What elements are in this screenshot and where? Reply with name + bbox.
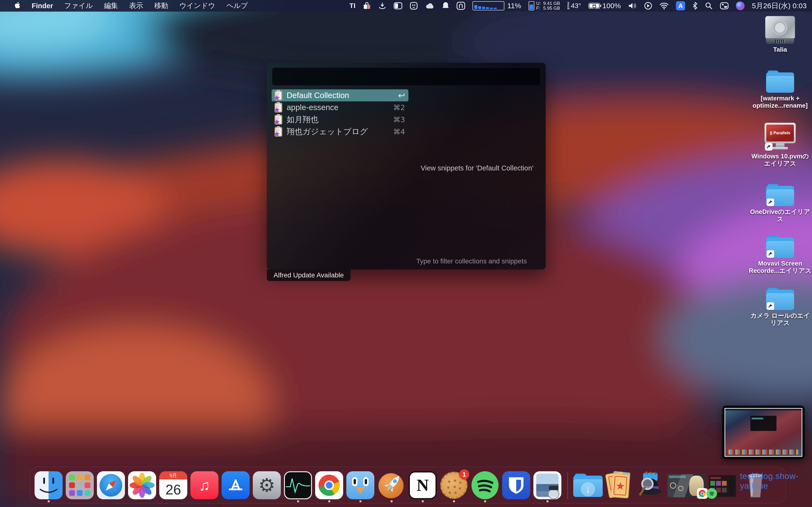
- desktop-icon-label: Windows 10.pvmのエイリアス: [749, 153, 812, 167]
- memory-meter[interactable]: U: 9.41 GB F: 5.95 GB: [528, 1, 560, 11]
- tweetbot-icon: [346, 471, 374, 499]
- alfred-search-input[interactable]: [272, 68, 540, 86]
- preview-mini-desktop: [724, 408, 802, 457]
- dock-app-store[interactable]: [221, 471, 250, 499]
- download-install-icon[interactable]: [378, 0, 387, 12]
- dock-calendar[interactable]: 5月 26: [159, 471, 187, 499]
- bell-icon[interactable]: [442, 0, 449, 12]
- alfred-row-shoya-gadget-blog[interactable]: 翔也ガジェットブログ ⌘4: [272, 125, 408, 137]
- app-store-icon: [221, 471, 250, 499]
- apple-menu[interactable]: [9, 0, 26, 12]
- dock-cookie[interactable]: 1: [440, 471, 468, 499]
- spotify-badge-icon: [706, 488, 717, 499]
- dock-marsedit[interactable]: [377, 471, 406, 499]
- screen-recording-preview-window[interactable]: [722, 406, 805, 459]
- dock-downloads-folder[interactable]: ↓: [574, 471, 602, 499]
- volume-icon[interactable]: [628, 0, 637, 12]
- play-circle-icon[interactable]: [644, 0, 652, 12]
- dock-launchpad[interactable]: [66, 471, 94, 499]
- running-indicator: [297, 500, 299, 502]
- battery-icon: [589, 3, 600, 9]
- dock-bitwarden[interactable]: [502, 471, 530, 499]
- menu-view[interactable]: 表示: [123, 0, 149, 12]
- spotlight-icon[interactable]: [705, 0, 713, 12]
- dock-video-tickets-app[interactable]: ★ ★: [605, 471, 633, 499]
- dock-divider: [567, 472, 568, 499]
- cpu-meter[interactable]: 11%: [472, 0, 521, 12]
- calendar-icon: 5月 26: [159, 471, 187, 499]
- memory-used-label: U:: [536, 1, 541, 6]
- alfred-row-kisaragi-shoya[interactable]: 如月翔也 ⌘3: [272, 113, 408, 125]
- menu-window[interactable]: ウインドウ: [174, 0, 221, 12]
- dock-minimized-game-window[interactable]: [667, 474, 706, 497]
- dock-chrome[interactable]: [315, 471, 343, 499]
- dock-alfred[interactable]: [636, 471, 664, 499]
- collection-shortcut: ⌘2: [393, 103, 405, 112]
- sidebar-toggle-icon[interactable]: [394, 0, 402, 12]
- desktop-icon-onedrive-alias[interactable]: OneDriveのエイリアス: [744, 184, 812, 223]
- dock-finder[interactable]: [35, 471, 63, 499]
- menu-edit[interactable]: 編集: [98, 0, 123, 12]
- apple-logo-icon: [14, 1, 20, 10]
- folder-icon: [766, 236, 794, 258]
- memory-free-label: F:: [536, 6, 541, 11]
- alfred-detail-text: View snippets for 'Default Collection': [412, 164, 542, 172]
- menu-clock[interactable]: 5月26日(水) 0:03: [752, 0, 807, 12]
- app-grid-icon[interactable]: [410, 0, 418, 12]
- watermark-text: techblog.show-ya.blue: [740, 471, 812, 491]
- sensor-temp[interactable]: SEN 43°: [567, 2, 581, 10]
- alfred-row-apple-essence[interactable]: apple-essence ⌘2: [272, 101, 408, 113]
- text-input-icon[interactable]: TI: [349, 0, 355, 12]
- folder-icon: [766, 70, 794, 93]
- alfred-update-notice[interactable]: Alfred Update Available: [267, 270, 351, 281]
- dock-preview[interactable]: [534, 471, 561, 499]
- system-preferences-icon: ⚙: [253, 471, 281, 499]
- notification-badge: 1: [459, 469, 469, 480]
- chrome-icon: [315, 471, 343, 499]
- chrome-badge-icon: [697, 488, 708, 499]
- dock-notion[interactable]: N: [409, 471, 437, 499]
- desktop-icon-watermark-folder[interactable]: [watermark + optimize...rename]: [744, 70, 812, 109]
- menu-help[interactable]: ヘルプ: [221, 0, 254, 12]
- temperature-value: 43°: [571, 2, 581, 10]
- alias-arrow-icon: [767, 250, 774, 258]
- snippet-collection-icon: [273, 90, 283, 101]
- menu-file[interactable]: ファイル: [59, 0, 99, 12]
- dock-photos[interactable]: [128, 471, 156, 499]
- parallels-monitor-icon: || Parallels: [764, 123, 796, 151]
- desktop-icon-windows10-pvm-alias[interactable]: || Parallels Windows 10.pvmのエイリアス: [744, 123, 812, 167]
- running-indicator: [453, 500, 455, 502]
- bluetooth-icon[interactable]: [692, 0, 698, 12]
- snippet-collection-icon: [273, 114, 283, 125]
- dock-tweetbot[interactable]: [346, 471, 374, 499]
- desktop-icon-movavi-alias[interactable]: Movavi Screen Recorde...エイリアス: [744, 236, 812, 274]
- battery-status[interactable]: 100%: [589, 2, 621, 10]
- alfred-row-default-collection[interactable]: Default Collection ↩: [272, 89, 408, 101]
- control-center-icon[interactable]: [720, 0, 729, 12]
- dock-system-preferences[interactable]: ⚙: [253, 471, 281, 499]
- dock: 5月 26 ♫ ⚙: [30, 467, 786, 503]
- alias-arrow-icon: [765, 143, 773, 151]
- desktop-icon-label: Talia: [773, 46, 787, 53]
- desktop-icon-talia[interactable]: Talia: [744, 16, 812, 53]
- cloud-icon[interactable]: [425, 0, 435, 12]
- toolbox-icon[interactable]: [363, 0, 371, 12]
- siri-icon[interactable]: [736, 1, 745, 10]
- hard-drive-icon: [765, 16, 795, 44]
- dock-minimized-spotify-window[interactable]: [709, 475, 736, 497]
- desktop-icon-camera-roll-alias[interactable]: カメラ ロールのエイリアス: [744, 288, 812, 326]
- finder-icon: [35, 471, 63, 499]
- dock-safari[interactable]: [97, 471, 125, 499]
- collection-shortcut: ⌘3: [393, 115, 405, 124]
- menu-app-name[interactable]: Finder: [26, 0, 59, 12]
- menu-go[interactable]: 移動: [149, 0, 174, 12]
- wifi-icon[interactable]: [660, 0, 669, 12]
- input-source-icon[interactable]: A: [676, 1, 685, 10]
- collection-name: apple-essence: [287, 103, 339, 112]
- dock-spotify[interactable]: [471, 471, 499, 499]
- trackpad-gesture-icon[interactable]: [457, 0, 465, 12]
- dock-music[interactable]: ♫: [191, 471, 218, 499]
- dock-activity-monitor[interactable]: [284, 471, 312, 499]
- music-icon: ♫: [191, 471, 218, 499]
- preview-icon: [534, 471, 561, 499]
